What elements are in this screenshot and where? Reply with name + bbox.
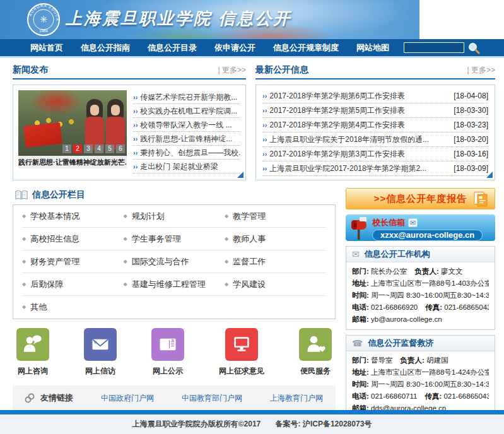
arrow-icon: ››	[262, 161, 267, 175]
nav-item-home[interactable]: 网站首页	[21, 42, 72, 54]
nav-item-rules[interactable]: 信息公开规章制度	[264, 42, 348, 54]
diamond-bullet-icon: ◆	[22, 259, 26, 264]
latest-section: 最新公开信息 | 更多>> ››2017-2018学年第2学期第6周工作安排表[…	[255, 64, 495, 180]
category-link[interactable]: ◆财务资产管理	[22, 256, 124, 267]
arrow-icon: ››	[133, 163, 138, 170]
contact-row: 地址: 上海市宝山区市一路88号1-424办公室	[352, 367, 489, 378]
latest-list-item[interactable]: ››上海震旦职业学院关于2018年清明节放假的通...[18-03-20]	[262, 132, 488, 147]
diamond-bullet-icon: ◆	[225, 281, 228, 287]
category-link[interactable]: ◆学风建设	[225, 279, 326, 290]
categories-row: ◆高校招生信息 ◆学生事务管理 ◆教师人事	[22, 228, 326, 250]
latest-list-item[interactable]: ››2017-2018学年第2学期第5周工作安排表[18-03-30]	[262, 103, 488, 118]
president-email[interactable]: xzxx@aurora-college.cn	[372, 230, 483, 241]
pager-button-active[interactable]: 2	[73, 144, 82, 153]
nav-item-sitemap[interactable]: 网站地图	[348, 42, 398, 54]
mailbox-icon	[349, 216, 370, 243]
arrow-icon: ››	[133, 93, 138, 101]
president-mailbox-banner[interactable]: 校长信箱 ✉ xzxx@aurora-college.cn	[346, 214, 495, 241]
pager-button[interactable]: 5	[105, 144, 114, 153]
svg-text:1984: 1984	[39, 29, 48, 33]
category-link[interactable]: ◆监督工作	[225, 256, 326, 267]
latest-item-text: 2017-2018学年第2学期第6周工作安排表	[269, 89, 448, 103]
search-icon[interactable]	[467, 42, 480, 54]
latest-list-item[interactable]: ››2017-2018学年第2学期第3周工作安排表[18-03-16]	[262, 147, 488, 161]
news-list-item[interactable]: ››秉持初心、创想震旦——我校...	[133, 146, 240, 160]
pager-button[interactable]: 4	[95, 144, 103, 153]
category-link[interactable]: ◆国际交流与合作	[124, 256, 225, 267]
work-org-box: ✉ 信息公开工作机构 部门: 院长办公室负责人: 廖文文 地址: 上海市宝山区市…	[346, 246, 495, 330]
nav-item-apply[interactable]: 依申请公开	[206, 42, 264, 54]
latest-title: 最新公开信息	[255, 64, 308, 76]
header-white-corner	[419, 0, 504, 39]
supervision-box: ☎ 信息公开监督救济 部门: 督导室负责人: 胡建国 地址: 上海市宝山区市一路…	[346, 335, 495, 419]
sidebar: >>信息公开年度报告	[346, 188, 495, 419]
category-link[interactable]: ◆其他	[22, 302, 124, 313]
latest-section-head: 最新公开信息 | 更多>>	[255, 64, 495, 79]
news-list-item[interactable]: ››践行新思想-让雷锋精神绽...	[133, 132, 240, 146]
panel-corner-decoration	[486, 172, 493, 178]
category-link[interactable]: ◆教学管理	[225, 211, 326, 222]
service-online-petition[interactable]: 网上信访	[84, 328, 117, 377]
link-moe[interactable]: 中国教育部门户网	[182, 393, 242, 404]
category-link[interactable]: ◆规划计划	[124, 211, 225, 222]
pager-button[interactable]: 1	[62, 144, 71, 153]
news-more-link[interactable]: | 更多>>	[218, 65, 246, 76]
service-online-publicity[interactable]: 网上公示	[151, 328, 184, 377]
latest-item-date: [18-03-20]	[454, 132, 488, 146]
category-link[interactable]: ◆学校基本情况	[22, 211, 124, 222]
envelope-icon: ✉	[352, 249, 360, 259]
category-label: 学生事务管理	[132, 234, 181, 243]
link-shanghai-edu[interactable]: 上海教育门户网	[270, 393, 323, 404]
pager-button[interactable]: 6	[116, 144, 125, 153]
annual-report-label: >>信息公开年度报告	[346, 193, 495, 205]
carousel-pager: 1 2 3 4 5 6	[62, 144, 125, 153]
category-link[interactable]: ◆学生事务管理	[124, 233, 225, 245]
latest-item-text: 2017-2018学年第2学期第4周工作安排表	[269, 118, 448, 132]
service-label: 网上信访	[85, 366, 115, 377]
services-row: 网上咨询 网上信访	[16, 328, 332, 377]
search-input[interactable]	[404, 42, 464, 53]
service-label: 网上征求意见	[219, 366, 264, 377]
friendly-links-bar: 友情链接 中国政府门户网 中国教育部门户网 上海教育门户网	[13, 385, 336, 411]
latest-list-item[interactable]: ››2017-2018学年第2学期第4周工作安排表[18-03-23]	[262, 118, 488, 132]
category-link[interactable]: ◆基建与维修工程管理	[124, 279, 225, 290]
news-item-text: 秉持初心、创想震旦——我校...	[140, 148, 240, 157]
supervision-body: 部门: 督导室负责人: 胡建国 地址: 上海市宝山区市一路88号1-424办公室…	[346, 351, 495, 418]
arrow-icon: ››	[262, 147, 267, 161]
category-label: 其他	[30, 302, 47, 312]
link-china-gov[interactable]: 中国政府门户网	[101, 393, 154, 404]
pager-button[interactable]: 3	[84, 144, 93, 153]
annual-report-banner[interactable]: >>信息公开年度报告	[346, 188, 495, 209]
news-list: ››传媒艺术学院召开新学期教... ››校实践办在机电工程学院调... ››校领…	[133, 90, 240, 175]
supervision-head: ☎ 信息公开监督救济	[346, 336, 495, 351]
nav-item-guide[interactable]: 信息公开指南	[72, 42, 139, 54]
news-list-item[interactable]: ››校领导带队深入教学一线 ...	[133, 118, 240, 132]
contact-row: 时间: 周一~周四 8:30~16:00周五8:30~14:30	[352, 378, 489, 390]
news-carousel: 1 2 3 4 5 6 践行新思想·让雷锋精神绽放新光芒...	[18, 90, 127, 175]
school-logo[interactable]: AURORA EDUCATION ✳ 1984	[26, 2, 61, 40]
arrow-icon: ››	[133, 121, 138, 129]
contact-row: 地址: 上海市宝山区市一路88号1-403办公室	[352, 278, 489, 290]
news-item-text: 校领导带队深入教学一线 ...	[140, 120, 231, 129]
nav-item-catalog[interactable]: 信息公开目录	[139, 42, 206, 54]
carousel-caption[interactable]: 践行新思想·让雷锋精神绽放新光芒...	[18, 156, 127, 168]
carousel-photo[interactable]: 1 2 3 4 5 6	[18, 90, 127, 156]
latest-more-link[interactable]: | 更多>>	[467, 65, 495, 76]
category-link[interactable]: ◆后勤保障	[22, 279, 124, 290]
news-list-item[interactable]: ››走出校门 架起就业桥梁	[133, 160, 240, 173]
latest-list-item[interactable]: ››上海震旦职业学院2017-2018学年第2学期第2...[18-03-09]	[262, 161, 488, 176]
person-heart-icon	[303, 332, 328, 357]
arrow-icon: ››	[262, 103, 267, 117]
categories-head: 信息公开栏目	[15, 189, 336, 201]
supervision-title: 信息公开监督救济	[368, 337, 433, 349]
monitor-icon	[229, 332, 254, 357]
category-link[interactable]: ◆高校招生信息	[22, 233, 124, 245]
news-list-item[interactable]: ››校实践办在机电工程学院调...	[133, 104, 240, 118]
service-convenience[interactable]: 便民服务	[299, 328, 332, 377]
latest-list-item[interactable]: ››2017-2018学年第2学期第6周工作安排表[18-04-08]	[262, 89, 488, 103]
service-online-consult[interactable]: 网上咨询	[16, 328, 49, 377]
news-list-item[interactable]: ››传媒艺术学院召开新学期教...	[133, 90, 240, 104]
category-link[interactable]: ◆教师人事	[225, 233, 326, 245]
service-online-feedback[interactable]: 网上征求意见	[219, 328, 264, 377]
news-item-text: 校实践办在机电工程学院调...	[140, 107, 237, 115]
